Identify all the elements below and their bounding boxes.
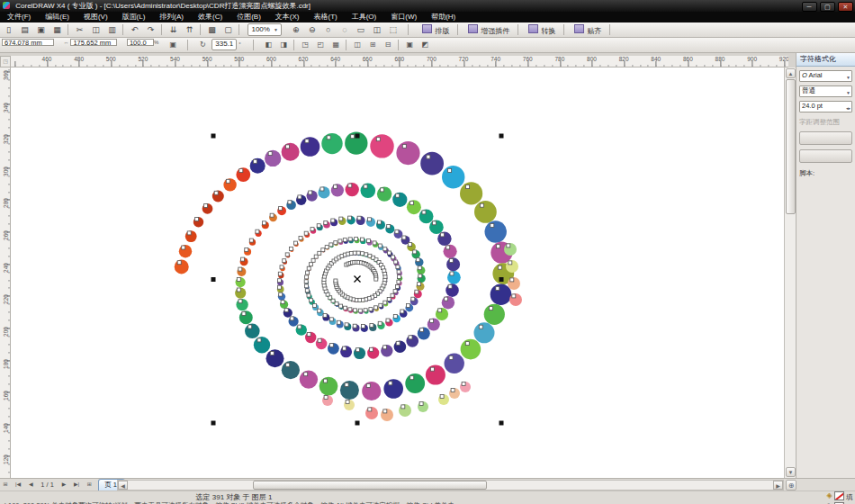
v-ruler-label: 160 xyxy=(3,391,9,401)
propbar-button-3[interactable]: ◰ xyxy=(313,39,328,52)
vertical-scroll-thumb[interactable] xyxy=(786,79,796,214)
toolbar-button-6[interactable]: ▥ xyxy=(104,23,120,37)
menu-item-0[interactable]: 文件(F) xyxy=(0,12,38,22)
toolbar-button-2[interactable]: ▣ xyxy=(33,23,49,37)
zoom-tool-button-4[interactable]: ▭ xyxy=(353,23,368,37)
rotation-center-mark[interactable] xyxy=(355,276,361,283)
spinner-icon: ◂▸ xyxy=(846,104,850,112)
zoom-tool-button-5[interactable]: ◫ xyxy=(369,23,384,37)
section-character-effects[interactable] xyxy=(799,131,852,145)
object-node-markers xyxy=(177,135,516,413)
separator xyxy=(293,40,294,50)
toolbar-button-12[interactable]: ▢ xyxy=(220,23,236,37)
maximize-button[interactable]: ▢ xyxy=(820,2,835,12)
zoom-level-combo[interactable]: 100%▼ xyxy=(248,23,281,36)
scroll-down-arrow[interactable]: ▼ xyxy=(786,467,796,477)
font-size-field[interactable]: 24.0 pt ◂▸ xyxy=(799,101,852,112)
standard-toolbar: ▯▤▣▦✂◫▥↶↷⇊⇈▩▢ 100%▼ ⊕⊖○◌▭◫⬚ 排版增强插件转换贴齐 xyxy=(0,22,855,38)
toolbar-button-转换[interactable]: 转换 xyxy=(524,23,560,37)
zoom-tool-button-2[interactable]: ○ xyxy=(320,23,336,37)
menu-item-4[interactable]: 排列(A) xyxy=(152,12,191,22)
propbar-button-0[interactable]: ◧ xyxy=(261,39,275,52)
toolbar-button-9[interactable]: ⇊ xyxy=(166,23,181,37)
add-page-button[interactable]: ⊞ xyxy=(0,479,11,490)
toolbar-button-排版[interactable]: 排版 xyxy=(418,23,454,37)
separator xyxy=(200,24,201,35)
menu-item-5[interactable]: 效果(C) xyxy=(191,12,230,22)
plugin-icon xyxy=(422,24,432,33)
toolbar-button-11[interactable]: ▩ xyxy=(204,23,220,37)
v-ruler-label: 280 xyxy=(3,198,9,209)
minimize-button[interactable]: ─ xyxy=(802,2,817,12)
propbar-button-7[interactable]: ⊟ xyxy=(381,39,395,52)
v-ruler-label: 120 xyxy=(3,454,9,465)
horizontal-scroll-thumb[interactable] xyxy=(253,481,487,490)
first-page-button[interactable]: |◀ xyxy=(13,479,23,490)
scale-x-field[interactable]: 100.0 xyxy=(127,39,154,46)
docker-title[interactable]: 字符格式化 xyxy=(796,53,855,67)
vertical-scrollbar[interactable]: ▲ ▼ xyxy=(784,68,796,478)
h-ruler-label: 880 xyxy=(716,56,725,62)
toolbar-button-3[interactable]: ▦ xyxy=(50,23,65,37)
add-page-button-2[interactable]: ⊞ xyxy=(84,479,94,490)
drawing-canvas[interactable] xyxy=(11,68,784,478)
menu-item-8[interactable]: 表格(T) xyxy=(306,12,344,22)
scroll-up-arrow[interactable]: ▲ xyxy=(786,68,796,78)
toolbar-button-10[interactable]: ⇈ xyxy=(182,23,197,37)
scroll-right-arrow[interactable]: ▶ xyxy=(773,481,783,490)
zoom-tool-button-1[interactable]: ⊖ xyxy=(304,23,320,37)
propbar-button-1[interactable]: ◨ xyxy=(276,39,291,52)
menu-item-1[interactable]: 编辑(E) xyxy=(38,12,76,22)
propbar-button-5[interactable]: ◫ xyxy=(350,39,364,52)
toolbar-button-5[interactable]: ◫ xyxy=(88,23,104,37)
object-width-field[interactable]: 175.652 mm xyxy=(70,39,117,46)
plugin-icon xyxy=(528,24,538,33)
spiral-dots[interactable] xyxy=(175,131,522,421)
section-character-shift[interactable] xyxy=(799,149,852,163)
view-navigator-button[interactable]: ⊕ xyxy=(786,480,796,490)
zoom-tool-button-3[interactable]: ◌ xyxy=(337,23,352,37)
menu-item-9[interactable]: 工具(O) xyxy=(345,12,384,22)
menu-item-6[interactable]: 位图(B) xyxy=(230,12,268,22)
fill-label: 填 xyxy=(846,493,853,501)
propbar-button-4[interactable]: ▦ xyxy=(328,39,343,52)
propbar-button-8[interactable]: ▣ xyxy=(402,39,417,52)
lock-ratio-button[interactable]: ▣ xyxy=(166,39,180,52)
propbar-button-9[interactable]: ◩ xyxy=(418,39,432,52)
horizontal-ruler[interactable]: 4604805005205405605806006206406606807007… xyxy=(11,56,788,68)
app-window: { "window": { "title": "CorelDRAW X4 ( 专… xyxy=(0,0,855,504)
toolbar-button-贴齐[interactable]: 贴齐 xyxy=(570,23,606,37)
menu-item-11[interactable]: 帮助(H) xyxy=(424,12,463,22)
prev-page-button[interactable]: ◀ xyxy=(25,479,36,490)
zoom-tool-button-6[interactable]: ⬚ xyxy=(385,23,400,37)
toolbar-button-7[interactable]: ↶ xyxy=(127,23,142,37)
h-ruler-label: 680 xyxy=(394,56,404,62)
horizontal-scrollbar[interactable]: ◀ ▶ xyxy=(117,480,784,490)
spiral-artwork[interactable] xyxy=(11,68,784,478)
last-page-button[interactable]: ▶| xyxy=(71,479,82,490)
propbar-button-2[interactable]: ◳ xyxy=(298,39,312,52)
menu-bar: 文件(F)编辑(E)视图(V)版面(L)排列(A)效果(C)位图(B)文本(X)… xyxy=(0,12,855,22)
zoom-level-value: 100% xyxy=(251,25,269,33)
ruler-origin-box[interactable]: ◳ xyxy=(0,56,11,68)
toolbar-button-增强插件[interactable]: 增强插件 xyxy=(464,23,514,37)
menu-item-2[interactable]: 视图(V) xyxy=(76,12,115,22)
scroll-left-arrow[interactable]: ◀ xyxy=(118,481,128,490)
zoom-tool-button-0[interactable]: ⊕ xyxy=(288,23,303,37)
next-page-button[interactable]: ▶ xyxy=(58,479,69,490)
rotation-angle-field[interactable]: 335.1 xyxy=(212,39,237,50)
menu-item-7[interactable]: 文本(X) xyxy=(268,12,307,22)
font-style-combo[interactable]: 普通 ▼ xyxy=(799,86,852,97)
toolbar-button-4[interactable]: ✂ xyxy=(72,23,87,37)
font-family-combo[interactable]: O Arial ▼ xyxy=(799,70,852,82)
menu-item-3[interactable]: 版面(L) xyxy=(115,12,153,22)
close-button[interactable]: ✕ xyxy=(838,2,853,12)
vertical-ruler[interactable]: 360340320300280260240220200180160140120 xyxy=(0,68,11,478)
toolbar-button-8[interactable]: ↷ xyxy=(143,23,158,37)
h-ruler-label: 820 xyxy=(619,56,629,62)
toolbar-button-0[interactable]: ▯ xyxy=(1,23,16,37)
toolbar-button-1[interactable]: ▤ xyxy=(17,23,32,37)
object-x-field[interactable]: 674.078 mm xyxy=(2,39,54,46)
menu-item-10[interactable]: 窗口(W) xyxy=(383,12,424,22)
propbar-button-6[interactable]: ⊞ xyxy=(365,39,380,52)
